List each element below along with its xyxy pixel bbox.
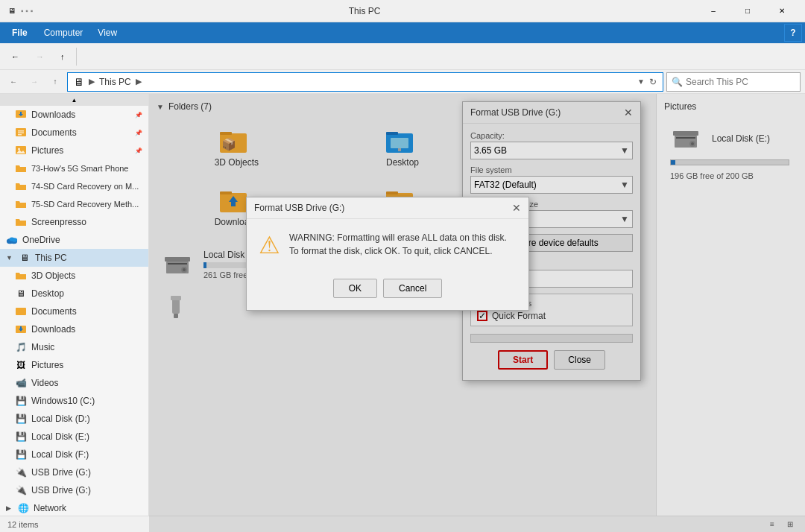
sidebar-label-drive-f: Local Disk (F:) xyxy=(31,449,89,460)
warning-icon: ⚠ xyxy=(259,231,280,259)
sidebar-item-screenpresso[interactable]: Screenpresso xyxy=(0,213,148,231)
onedrive-icon xyxy=(6,234,18,246)
sidebar-label-3dobjects: 3D Objects xyxy=(31,270,75,281)
sidebar-item-network[interactable]: ▶ 🌐 Network xyxy=(0,499,148,517)
search-icon: 🔍 xyxy=(672,77,683,87)
address-dropdown-icon[interactable]: ▼ xyxy=(637,77,645,86)
warning-cancel-button[interactable]: Cancel xyxy=(383,279,442,298)
sidebar-item-docs[interactable]: Documents xyxy=(0,303,148,320)
sidebar-item-usb-g1[interactable]: 🔌 USB Drive (G:) xyxy=(0,463,148,481)
sidebar-item-folder2[interactable]: 74-SD Card Recovery on M... xyxy=(0,177,148,195)
help-button[interactable]: ? xyxy=(784,24,802,42)
svg-rect-3 xyxy=(18,130,24,132)
title-bar: 🖥 ▪ ▪ ▪ This PC – □ ✕ xyxy=(0,0,805,22)
sidebar-item-videos[interactable]: 📹 Videos xyxy=(0,374,148,392)
window-title: This PC xyxy=(33,6,696,16)
sidebar-label-network: Network xyxy=(34,503,66,513)
menu-file[interactable]: File xyxy=(3,25,37,41)
sidebar-item-folder3[interactable]: 75-SD Card Recovery Meth... xyxy=(0,195,148,213)
search-input[interactable] xyxy=(686,77,798,87)
toolbar: ← → ↑ xyxy=(0,43,805,70)
sidebar-label-docs: Documents xyxy=(31,306,77,317)
documents-icon xyxy=(15,127,27,139)
sidebar: ▲ Downloads 📌 Documents 📌 Pictures 📌 xyxy=(0,94,149,532)
forward-button[interactable]: → xyxy=(29,46,51,67)
warning-dialog-body: ⚠ WARNING: Formatting will erase ALL dat… xyxy=(247,219,528,271)
sidebar-item-downloads[interactable]: Downloads xyxy=(0,320,148,338)
pin-icon-2: 📌 xyxy=(135,130,142,136)
sidebar-item-onedrive[interactable]: OneDrive xyxy=(0,231,148,249)
menu-computer[interactable]: Computer xyxy=(37,25,91,41)
docs-icon xyxy=(15,305,27,317)
toolbar-separator-1 xyxy=(76,48,77,66)
warning-ok-button[interactable]: OK xyxy=(333,279,377,298)
sidebar-item-usb-g2[interactable]: 🔌 USB Drive (G:) xyxy=(0,481,148,499)
folder3-icon xyxy=(15,198,27,210)
sidebar-item-3dobjects[interactable]: 3D Objects xyxy=(0,267,148,285)
sidebar-label-windrive-c: Windows10 (C:) xyxy=(31,396,95,406)
maximize-button[interactable]: □ xyxy=(730,0,765,22)
sidebar-item-pictures2[interactable]: 🖼 Pictures xyxy=(0,356,148,374)
address-input[interactable]: 🖥 ▶ This PC ▶ ▼ ↻ xyxy=(67,72,663,92)
sidebar-label-videos: Videos xyxy=(31,378,58,388)
address-refresh-icon[interactable]: ↻ xyxy=(649,77,657,87)
menu-view[interactable]: View xyxy=(90,25,124,41)
close-button[interactable]: ✕ xyxy=(765,0,799,22)
svg-point-12 xyxy=(12,238,17,241)
sidebar-item-desktop[interactable]: 🖥 Desktop xyxy=(0,285,148,303)
pin-icon-3: 📌 xyxy=(135,148,142,154)
menu-bar: File Computer View ? xyxy=(0,22,805,43)
up-button[interactable]: ↑ xyxy=(54,46,72,67)
sidebar-item-drive-d[interactable]: 💾 Local Disk (D:) xyxy=(0,410,148,428)
svg-point-7 xyxy=(18,148,20,151)
sidebar-item-music[interactable]: 🎵 Music xyxy=(0,338,148,356)
sidebar-label-pictures2: Pictures xyxy=(31,360,63,370)
address-path: This PC xyxy=(99,77,131,87)
sidebar-item-drive-f[interactable]: 💾 Local Disk (F:) xyxy=(0,446,148,463)
sidebar-item-pictures[interactable]: Pictures 📌 xyxy=(0,142,148,159)
sidebar-label-folder1: 73-How's 5G Smart Phone xyxy=(31,164,129,173)
app-icon: 🖥 xyxy=(6,5,18,17)
title-bar-icons: 🖥 ▪ ▪ ▪ xyxy=(6,5,33,17)
sidebar-label-documents: Documents xyxy=(31,127,77,138)
sidebar-item-drive-e[interactable]: 💾 Local Disk (E:) xyxy=(0,428,148,446)
sidebar-item-documents[interactable]: Documents 📌 xyxy=(0,124,148,142)
svg-rect-4 xyxy=(18,133,24,134)
search-box[interactable]: 🔍 xyxy=(666,72,801,92)
main-layout: ▲ Downloads 📌 Documents 📌 Pictures 📌 xyxy=(0,94,805,532)
desktop-icon-sidebar: 🖥 xyxy=(15,288,27,300)
drive-e-icon: 💾 xyxy=(15,431,27,443)
minimize-button[interactable]: – xyxy=(696,0,730,22)
downloads-qa-icon xyxy=(15,109,27,121)
3dobjects-icon xyxy=(15,270,27,282)
sidebar-label-folder3: 75-SD Card Recovery Meth... xyxy=(31,200,139,209)
sidebar-label-music: Music xyxy=(31,342,54,352)
sidebar-label-usb-g1: USB Drive (G:) xyxy=(31,467,91,478)
back-button[interactable]: ← xyxy=(4,46,26,67)
title-bar-controls: – □ ✕ xyxy=(696,0,799,22)
sidebar-label-folder2: 74-SD Card Recovery on M... xyxy=(31,182,139,191)
drive-d-icon: 💾 xyxy=(15,413,27,425)
sidebar-scroll-up[interactable]: ▲ xyxy=(0,94,148,106)
sidebar-label-onedrive: OneDrive xyxy=(22,235,60,245)
sidebar-item-thispc[interactable]: ▼ 🖥 This PC xyxy=(0,249,148,267)
nav-forward-btn[interactable]: → xyxy=(25,73,43,91)
sidebar-label-thispc: This PC xyxy=(35,253,67,263)
nav-up-btn[interactable]: ↑ xyxy=(46,73,64,91)
downloads-icon xyxy=(15,323,27,335)
screenpresso-icon xyxy=(15,216,27,228)
pin-icon-1: 📌 xyxy=(135,112,142,118)
sidebar-item-windrive-c[interactable]: 💾 Windows10 (C:) xyxy=(0,392,148,410)
network-icon: 🌐 xyxy=(17,502,29,514)
folder1-icon xyxy=(15,162,27,174)
nav-back-btn[interactable]: ← xyxy=(4,73,22,91)
warning-text: WARNING: Formatting will erase ALL data … xyxy=(289,231,517,258)
sidebar-item-folder1[interactable]: 73-How's 5G Smart Phone xyxy=(0,159,148,177)
sidebar-label-downloads-qa: Downloads xyxy=(31,110,75,120)
sidebar-item-downloads-qa[interactable]: Downloads 📌 xyxy=(0,106,148,124)
thispc-icon: 🖥 xyxy=(19,252,31,264)
warning-dialog: Format USB Drive (G:) ✕ ⚠ WARNING: Forma… xyxy=(246,197,529,311)
warning-buttons: OK Cancel xyxy=(247,271,528,310)
folder2-icon xyxy=(15,180,27,192)
warning-dialog-close-btn[interactable]: ✕ xyxy=(512,202,521,214)
